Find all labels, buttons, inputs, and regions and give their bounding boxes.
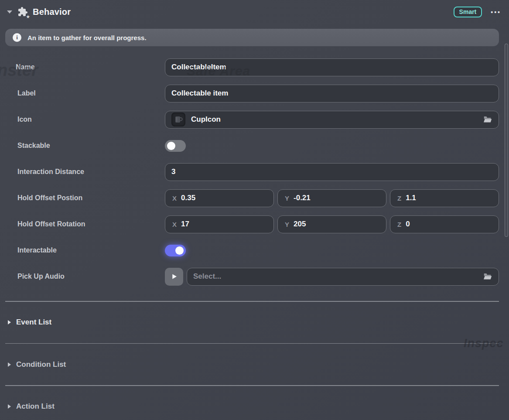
axis-x-label: X (172, 195, 177, 202)
icon-label: Icon (16, 116, 165, 123)
rotation-x-box: X (165, 215, 274, 233)
star-badge-icon: ★ (26, 14, 30, 20)
label-input-box (165, 85, 499, 102)
axis-z-label: Z (397, 221, 401, 228)
section-label: Event List (16, 318, 51, 327)
page-title: Behavior (33, 7, 71, 17)
row-interaction-distance: Interaction Distance (0, 159, 509, 185)
section-event-list[interactable]: Event List (0, 302, 509, 343)
property-list: Name Label Icon (0, 54, 509, 290)
interaction-distance-input[interactable] (171, 167, 492, 176)
rotation-y-input[interactable] (294, 220, 379, 229)
audio-select-input[interactable] (193, 272, 483, 281)
play-audio-button[interactable] (165, 268, 183, 286)
behavior-header: ★ Behavior Smart ••• (0, 0, 509, 24)
audio-select-box[interactable] (187, 268, 499, 286)
name-label: Name (16, 63, 165, 71)
row-interactable: Interactable (0, 237, 509, 263)
hold-offset-position-label: Hold Offset Postion (16, 194, 165, 202)
rotation-z-box: Z (390, 215, 499, 233)
interactable-toggle[interactable] (165, 245, 186, 256)
icon-name-input[interactable] (191, 115, 483, 124)
axis-z-label: Z (397, 195, 401, 202)
stackable-label: Stackable (16, 142, 165, 150)
axis-y-label: Y (285, 221, 289, 228)
collapse-chevron-icon[interactable] (7, 10, 12, 14)
toggle-knob (175, 246, 184, 255)
row-pick-up-audio: Pick Up Audio (0, 263, 509, 290)
row-hold-offset-rotation: Hold Offset Rotation X Y Z (0, 211, 509, 237)
position-z-input[interactable] (406, 194, 492, 202)
audio-folder-browse-icon[interactable] (483, 272, 492, 281)
icon-picker-box[interactable] (165, 111, 499, 129)
info-banner-text: An item to gather for overall progress. (27, 34, 147, 41)
axis-y-label: Y (285, 195, 289, 202)
smart-badge[interactable]: Smart (454, 7, 482, 17)
position-x-input[interactable] (181, 194, 266, 202)
expand-triangle-icon[interactable] (8, 320, 11, 324)
info-banner: i An item to gather for overall progress… (5, 29, 499, 46)
expand-triangle-icon[interactable] (8, 404, 11, 409)
position-z-box: Z (390, 189, 499, 207)
label-input[interactable] (171, 89, 492, 98)
name-input[interactable] (171, 63, 492, 72)
rotation-z-input[interactable] (406, 220, 492, 229)
section-condition-list[interactable]: Condition List (0, 344, 509, 385)
row-name: Name (0, 54, 509, 80)
hold-offset-rotation-label: Hold Offset Rotation (16, 220, 165, 228)
scrollbar-thumb[interactable] (505, 44, 508, 237)
row-label: Label (0, 80, 509, 106)
section-label: Action List (16, 402, 55, 411)
rotation-y-box: Y (277, 215, 386, 233)
interaction-distance-label: Interaction Distance (16, 168, 165, 176)
row-stackable: Stackable (0, 133, 509, 159)
section-label: Condition List (16, 360, 66, 369)
axis-x-label: X (172, 221, 177, 228)
icon-folder-browse-icon[interactable] (483, 115, 492, 124)
toggle-knob (167, 142, 175, 150)
position-y-input[interactable] (294, 194, 379, 202)
stackable-toggle[interactable] (165, 140, 186, 152)
position-x-box: X (165, 189, 274, 207)
label-label: Label (16, 89, 165, 97)
behavior-puzzle-icon: ★ (17, 7, 29, 18)
row-hold-offset-position: Hold Offset Postion X Y Z (0, 185, 509, 211)
section-action-list[interactable]: Action List (0, 386, 509, 420)
row-icon: Icon (0, 106, 509, 133)
position-y-box: Y (277, 189, 386, 207)
expand-triangle-icon[interactable] (8, 362, 11, 367)
cup-thumbnail-icon (171, 113, 185, 126)
interactable-label: Interactable (16, 246, 165, 254)
overflow-menu-icon[interactable]: ••• (491, 9, 501, 16)
pick-up-audio-label: Pick Up Audio (16, 273, 165, 280)
interaction-distance-box (165, 163, 499, 181)
info-icon: i (13, 33, 21, 42)
rotation-x-input[interactable] (181, 220, 266, 229)
name-input-box (165, 58, 499, 76)
